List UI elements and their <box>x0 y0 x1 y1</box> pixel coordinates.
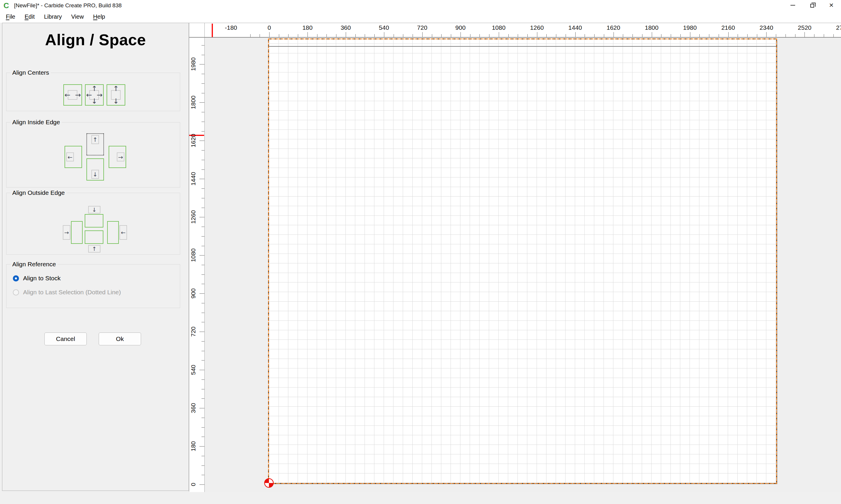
ruler-tick <box>489 34 490 37</box>
align-inside-top-button[interactable]: ↑ <box>86 133 104 156</box>
ruler-tick <box>298 34 298 37</box>
title-bar: C [NewFile]* - Carbide Create PRO, Build… <box>0 0 841 11</box>
radio-align-to-stock-label: Align to Stock <box>23 275 61 282</box>
ruler-tick <box>403 34 403 37</box>
align-outside-top-button[interactable]: ↓ <box>85 206 103 228</box>
ruler-tick <box>546 34 547 37</box>
ruler-tick <box>690 32 690 37</box>
ruler-tick <box>202 122 204 122</box>
arrow-left-icon: ← <box>65 92 70 98</box>
align-center-vertical-button[interactable]: ↑ ↓ <box>107 84 125 106</box>
ruler-tick <box>661 34 662 37</box>
ruler-tick <box>200 293 204 294</box>
drawing-canvas[interactable] <box>205 38 841 492</box>
window-controls: ✕ <box>783 0 841 11</box>
ruler-tick <box>422 32 423 37</box>
group-align-reference: Align Reference Align to Stock Align to … <box>6 264 180 308</box>
cancel-button[interactable]: Cancel <box>45 332 87 345</box>
v-ruler-label: 1800 <box>190 96 197 109</box>
ruler-tick <box>470 34 470 37</box>
ruler-tick <box>202 131 204 131</box>
h-ruler-label: 0 <box>268 24 271 31</box>
ruler-tick <box>326 34 327 37</box>
ruler-tick <box>200 484 204 485</box>
ruler-tick <box>374 34 375 37</box>
cursor-position-marker-x <box>212 24 213 37</box>
align-inside-bottom-button[interactable]: ↓ <box>86 158 104 181</box>
h-ruler-label: 360 <box>341 24 351 31</box>
arrow-down-icon: ↓ <box>113 98 119 105</box>
ruler-tick <box>317 34 317 37</box>
menu-item-library[interactable]: Library <box>39 14 67 20</box>
menu-item-view[interactable]: View <box>67 14 88 20</box>
arrow-right-icon: → <box>97 92 103 98</box>
ruler-tick <box>518 34 518 37</box>
menu-item-file[interactable]: File <box>1 14 20 20</box>
radio-align-to-stock[interactable]: Align to Stock <box>13 275 61 282</box>
ruler-tick <box>346 32 346 37</box>
minimize-button[interactable] <box>783 0 803 11</box>
ruler-tick <box>776 34 776 37</box>
ruler-tick <box>355 34 356 37</box>
arrow-right-icon: → <box>75 92 81 98</box>
ruler-tick <box>604 34 604 37</box>
ruler-tick <box>200 141 204 141</box>
menu-item-help[interactable]: Help <box>88 14 110 20</box>
align-center-horizontal-button[interactable]: ← → <box>63 84 82 106</box>
ruler-tick <box>633 34 633 37</box>
arrow-down-icon: ↓ <box>88 206 101 214</box>
ruler-tick <box>288 34 289 37</box>
object-rect-icon <box>85 230 103 244</box>
ruler-tick <box>738 34 738 37</box>
align-space-panel: Align / Space Align Centers ← → ← → ↑ ↓ … <box>2 23 189 491</box>
ruler-tick <box>200 331 204 332</box>
ruler-tick <box>200 179 204 179</box>
ruler-tick <box>260 34 260 37</box>
ruler-tick <box>709 34 709 37</box>
ruler-tick <box>766 32 767 37</box>
ruler-tick <box>202 418 204 418</box>
align-outside-left-button[interactable]: → <box>63 221 83 244</box>
ruler-tick <box>202 322 204 322</box>
ruler-tick <box>202 379 204 380</box>
restore-button[interactable] <box>803 0 822 11</box>
close-button[interactable]: ✕ <box>822 0 841 11</box>
radio-selected-icon <box>13 275 19 282</box>
ruler-tick <box>202 169 204 170</box>
ruler-tick <box>202 456 204 456</box>
v-ruler-label: 360 <box>190 403 197 413</box>
ruler-tick <box>250 34 251 37</box>
ruler-tick <box>202 475 204 475</box>
ruler-tick <box>202 112 204 112</box>
ruler-tick <box>202 55 204 55</box>
arrow-up-icon: ↑ <box>91 85 97 92</box>
ruler-tick <box>202 427 204 428</box>
group-align-outside-edge: Align Outside Edge ↓ → ← ↑ <box>6 193 180 255</box>
ruler-tick <box>699 34 700 37</box>
align-outside-right-button[interactable]: ← <box>107 221 127 244</box>
arrow-down-icon: ↓ <box>91 98 97 105</box>
ruler-tick <box>200 102 204 103</box>
ruler-tick <box>594 34 595 37</box>
ruler-tick <box>202 246 204 246</box>
object-rect-icon <box>71 221 83 244</box>
vertical-ruler: 0180360540720900108012601440162018001980 <box>189 38 205 492</box>
h-ruler-label: 2160 <box>721 24 735 31</box>
group-align-inside-edge-label: Align Inside Edge <box>11 119 62 126</box>
v-ruler-label: 1980 <box>190 57 197 71</box>
arrow-right-icon: → <box>63 225 70 240</box>
align-inside-left-button[interactable]: ← <box>65 146 82 168</box>
align-center-both-button[interactable]: ← → ↑ ↓ <box>85 84 104 106</box>
stock-top-edge-line <box>269 46 776 47</box>
h-ruler-label: 1080 <box>492 24 505 31</box>
menu-item-edit[interactable]: Edit <box>20 14 39 20</box>
ruler-tick <box>814 34 814 37</box>
ruler-tick <box>642 34 642 37</box>
radio-align-to-last-selection[interactable]: Align to Last Selection (Dotted Line) <box>13 289 121 296</box>
ruler-tick <box>202 398 204 399</box>
ok-button[interactable]: Ok <box>99 332 141 345</box>
align-inside-right-button[interactable]: → <box>109 146 126 168</box>
align-outside-bottom-button[interactable]: ↑ <box>85 230 103 253</box>
ruler-tick <box>413 34 413 37</box>
ruler-tick <box>786 34 786 37</box>
